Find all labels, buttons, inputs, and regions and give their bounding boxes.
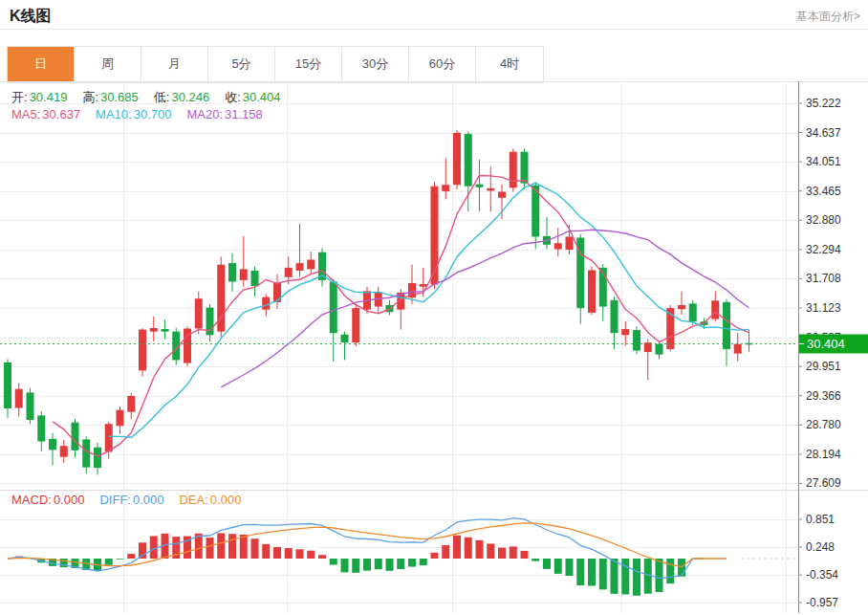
last-price-badge: 30.404 xyxy=(799,334,868,353)
ohlc-info-row: 开:30.419高:30.685低:30.246收:30.404 xyxy=(11,89,296,106)
tab-5分[interactable]: 5分 xyxy=(208,47,275,82)
tab-月[interactable]: 月 xyxy=(141,47,208,82)
indicator-label: 低: xyxy=(154,90,170,104)
candles-layer xyxy=(4,130,753,474)
tab-30分[interactable]: 30分 xyxy=(342,47,409,82)
indicator-value: 0.000 xyxy=(210,493,242,507)
indicator-value: 31.158 xyxy=(225,107,263,121)
macd-info-row: MACD:0.000DIFF:0.000DEA:0.000 xyxy=(11,493,256,507)
svg-text:28.194: 28.194 xyxy=(806,448,841,461)
ma-info-row: MA5:30.637MA10:30.700MA20:31.158 xyxy=(11,107,278,121)
kline-chart[interactable]: 35.22234.63734.05133.46532.88032.29431.7… xyxy=(0,81,868,615)
svg-text:30.404: 30.404 xyxy=(807,337,845,351)
title-divider xyxy=(0,29,868,30)
indicator-label: 收: xyxy=(225,90,241,104)
svg-text:34.051: 34.051 xyxy=(806,155,841,168)
macd-histogram xyxy=(15,533,685,595)
indicator-value: 30.685 xyxy=(100,90,139,104)
indicator-label: DEA: xyxy=(179,493,207,507)
svg-text:31.708: 31.708 xyxy=(806,272,841,285)
svg-text:35.222: 35.222 xyxy=(806,97,841,110)
svg-text:32.294: 32.294 xyxy=(806,243,841,256)
indicator-value: 30.404 xyxy=(243,90,281,104)
period-tabbar: 日周月5分15分30分60分4时 xyxy=(7,46,544,83)
svg-text:-0.354: -0.354 xyxy=(806,568,838,582)
ma10-line xyxy=(109,183,749,437)
svg-text:0.851: 0.851 xyxy=(806,513,835,526)
indicator-label: MA20: xyxy=(186,107,223,121)
indicator-value: 30.637 xyxy=(42,107,80,121)
indicator-label: MACD: xyxy=(11,493,52,507)
indicator-label: DIFF: xyxy=(99,493,131,507)
tab-60分[interactable]: 60分 xyxy=(409,47,476,82)
svg-text:27.609: 27.609 xyxy=(806,476,841,490)
indicator-label: 开: xyxy=(11,90,28,104)
svg-text:31.123: 31.123 xyxy=(806,301,841,315)
svg-text:32.880: 32.880 xyxy=(806,213,841,227)
svg-text:0.248: 0.248 xyxy=(806,540,835,554)
indicator-label: MA5: xyxy=(11,107,40,121)
svg-text:-0.957: -0.957 xyxy=(806,596,838,609)
tab-4时[interactable]: 4时 xyxy=(476,47,543,82)
tab-周[interactable]: 周 xyxy=(75,47,141,82)
indicator-value: 30.246 xyxy=(171,90,209,104)
indicator-label: MA10: xyxy=(96,107,132,121)
svg-text:29.951: 29.951 xyxy=(806,360,841,373)
svg-text:34.637: 34.637 xyxy=(806,126,841,140)
indicator-value: 30.700 xyxy=(134,107,172,121)
svg-text:28.780: 28.780 xyxy=(806,418,841,431)
page-title: K线图 xyxy=(10,7,52,27)
svg-text:29.366: 29.366 xyxy=(806,389,841,403)
svg-text:33.465: 33.465 xyxy=(806,185,841,198)
fundamental-analysis-link[interactable]: 基本面分析> xyxy=(796,9,860,25)
indicator-value: 0.000 xyxy=(54,493,85,507)
indicator-value: 0.000 xyxy=(133,493,164,507)
indicator-value: 30.419 xyxy=(30,90,68,104)
indicator-label: 高: xyxy=(82,90,98,104)
tab-15分[interactable]: 15分 xyxy=(275,47,342,82)
tab-日[interactable]: 日 xyxy=(8,47,75,82)
